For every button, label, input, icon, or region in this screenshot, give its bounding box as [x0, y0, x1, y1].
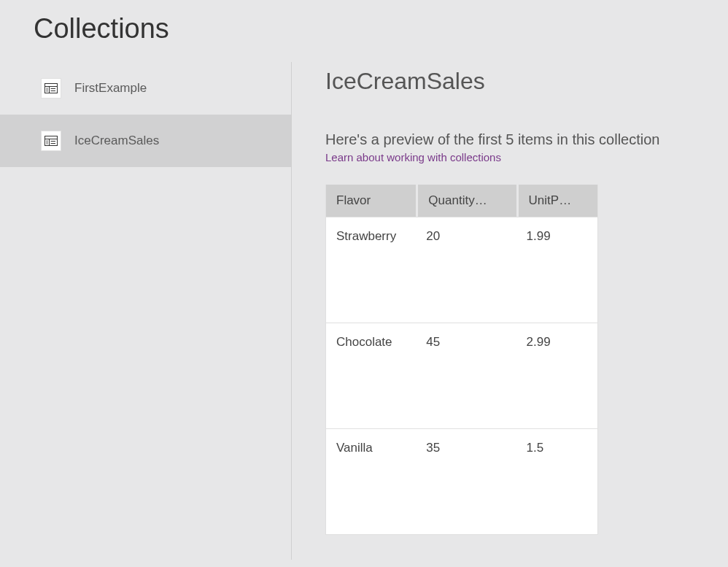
sidebar-item-icecreamsales[interactable]: IceCreamSales: [0, 115, 292, 167]
cell-flavor: Chocolate: [326, 323, 416, 428]
table-row[interactable]: Strawberry 20 1.99: [326, 217, 597, 323]
sidebar-item-firstexample[interactable]: FirstExample: [0, 62, 292, 115]
page-title: Collections: [0, 0, 728, 45]
cell-quantity: 45: [416, 323, 516, 428]
table-row[interactable]: Vanilla 35 1.5: [326, 428, 597, 534]
sidebar-item-label: IceCreamSales: [74, 134, 159, 148]
collection-icon: [41, 78, 61, 99]
column-header-unitprice[interactable]: UnitP…: [516, 185, 597, 217]
collection-icon: [41, 131, 61, 151]
learn-collections-link[interactable]: Learn about working with collections: [325, 151, 501, 163]
sidebar-item-label: FirstExample: [74, 81, 147, 96]
cell-unitprice: 2.99: [516, 323, 597, 428]
cell-quantity: 20: [416, 217, 516, 323]
cell-unitprice: 1.5: [516, 429, 597, 534]
column-header-quantity[interactable]: Quantity…: [416, 185, 516, 217]
column-header-flavor[interactable]: Flavor: [326, 185, 416, 217]
cell-quantity: 35: [416, 429, 516, 534]
preview-description: Here's a preview of the first 5 items in…: [325, 131, 706, 148]
cell-flavor: Strawberry: [326, 217, 416, 323]
table-header: Flavor Quantity… UnitP…: [326, 185, 597, 217]
collection-detail: IceCreamSales Here's a preview of the fi…: [292, 62, 728, 567]
cell-unitprice: 1.99: [516, 217, 597, 323]
table-row[interactable]: Chocolate 45 2.99: [326, 323, 597, 428]
collections-sidebar: FirstExample IceCreamSales: [0, 62, 292, 567]
collection-title: IceCreamSales: [325, 68, 706, 95]
preview-table: Flavor Quantity… UnitP… Strawberry 20 1.…: [325, 185, 598, 535]
cell-flavor: Vanilla: [326, 429, 416, 534]
